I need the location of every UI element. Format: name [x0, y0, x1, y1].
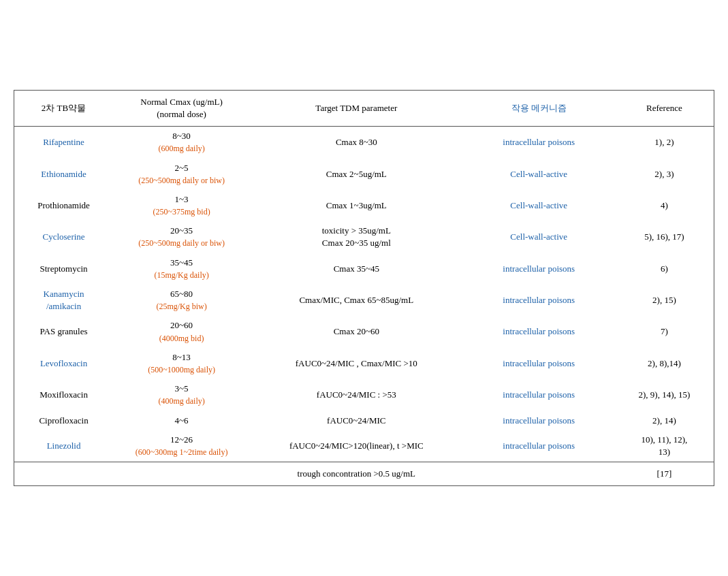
cell-target: fAUC0~24/MIC : >53	[250, 379, 463, 411]
cell-mech: intracellular poisons	[463, 430, 615, 462]
cell-drug: Levofloxacin	[14, 348, 113, 379]
cell-cmax: 4~6	[113, 411, 250, 430]
cell-cmax: 65~80(25mg/Kg biw)	[113, 285, 250, 316]
header-target: Target TDM parameter	[250, 91, 463, 127]
cell-mech: Cell-wall-active	[463, 221, 615, 253]
table-row: PAS granules20~60(4000mg bid)Cmax 20~60i…	[14, 316, 714, 347]
cell-cmax	[113, 462, 250, 486]
table-row: Cycloserine20~35(250~500mg daily or biw)…	[14, 221, 714, 253]
cell-target: toxicity > 35ug/mLCmax 20~35 ug/ml	[250, 221, 463, 253]
header-cmax: Normal Cmax (ug/mL)(normal dose)	[113, 91, 250, 127]
cell-target: fAUC0~24/MIC>120(linear), t >MIC	[250, 430, 463, 462]
cell-target: Cmax 2~5ug/mL	[250, 159, 463, 190]
header-mech: 작용 메커니즘	[463, 91, 615, 127]
table-row: Streptomycin35~45(15mg/Kg daily)Cmax 35~…	[14, 253, 714, 285]
table-row: Rifapentine8~30(600mg daily)Cmax 8~30int…	[14, 127, 714, 159]
cell-cmax: 20~35(250~500mg daily or biw)	[113, 221, 250, 253]
cell-cmax: 12~26(600~300mg 1~2time daily)	[113, 430, 250, 462]
table-row: Linezolid12~26(600~300mg 1~2time daily)f…	[14, 430, 714, 462]
cell-cmax: 8~13(500~1000mg daily)	[113, 348, 250, 379]
cell-ref: 6)	[615, 253, 714, 285]
cell-target: Cmax 1~3ug/mL	[250, 190, 463, 221]
table-header-row: 2차 TB약물 Normal Cmax (ug/mL)(normal dose)…	[14, 91, 714, 127]
cell-drug: Ethionamide	[14, 159, 113, 190]
table-row: trough concontration >0.5 ug/mL[17]	[14, 462, 714, 486]
cell-cmax: 1~3(250~375mg bid)	[113, 190, 250, 221]
table-row: Prothionamide1~3(250~375mg bid)Cmax 1~3u…	[14, 190, 714, 221]
cell-ref: 10), 11), 12),13)	[615, 430, 714, 462]
table-row: Ethionamide2~5(250~500mg daily or biw)Cm…	[14, 159, 714, 190]
table-row: Moxifloxacin3~5(400mg daily)fAUC0~24/MIC…	[14, 379, 714, 411]
cell-drug: PAS granules	[14, 316, 113, 347]
cell-ref: 5), 16), 17)	[615, 221, 714, 253]
cell-drug: Streptomycin	[14, 253, 113, 285]
cell-cmax: 2~5(250~500mg daily or biw)	[113, 159, 250, 190]
cell-cmax: 20~60(4000mg bid)	[113, 316, 250, 347]
cell-target: fAUC0~24/MIC , Cmax/MIC >10	[250, 348, 463, 379]
table-row: Kanamycin/amikacin65~80(25mg/Kg biw)Cmax…	[14, 285, 714, 316]
cell-mech: intracellular poisons	[463, 127, 615, 159]
cell-ref: 7)	[615, 316, 714, 347]
cell-mech: intracellular poisons	[463, 253, 615, 285]
table-row: Ciprofloxacin4~6fAUC0~24/MICintracellula…	[14, 411, 714, 430]
cell-target: Cmax/MIC, Cmax 65~85ug/mL	[250, 285, 463, 316]
cell-drug: Linezolid	[14, 430, 113, 462]
main-table-wrapper: 2차 TB약물 Normal Cmax (ug/mL)(normal dose)…	[14, 90, 714, 487]
cell-drug: Ciprofloxacin	[14, 411, 113, 430]
header-ref: Reference	[615, 91, 714, 127]
cell-ref: 2), 15)	[615, 285, 714, 316]
cell-mech: intracellular poisons	[463, 285, 615, 316]
cell-drug: Moxifloxacin	[14, 379, 113, 411]
table-row: Levofloxacin8~13(500~1000mg daily)fAUC0~…	[14, 348, 714, 379]
cell-drug	[14, 462, 113, 486]
drug-table: 2차 TB약물 Normal Cmax (ug/mL)(normal dose)…	[14, 91, 714, 486]
cell-ref: 2), 14)	[615, 411, 714, 430]
cell-target: Cmax 35~45	[250, 253, 463, 285]
cell-drug: Prothionamide	[14, 190, 113, 221]
cell-mech: Cell-wall-active	[463, 190, 615, 221]
cell-mech	[463, 462, 615, 486]
cell-ref: [17]	[615, 462, 714, 486]
cell-mech: intracellular poisons	[463, 348, 615, 379]
cell-ref: 1), 2)	[615, 127, 714, 159]
cell-mech: intracellular poisons	[463, 411, 615, 430]
header-drug: 2차 TB약물	[14, 91, 113, 127]
cell-drug: Rifapentine	[14, 127, 113, 159]
cell-mech: Cell-wall-active	[463, 159, 615, 190]
cell-target: trough concontration >0.5 ug/mL	[250, 462, 463, 486]
cell-drug: Kanamycin/amikacin	[14, 285, 113, 316]
cell-target: Cmax 20~60	[250, 316, 463, 347]
cell-target: fAUC0~24/MIC	[250, 411, 463, 430]
cell-cmax: 35~45(15mg/Kg daily)	[113, 253, 250, 285]
cell-mech: intracellular poisons	[463, 316, 615, 347]
cell-ref: 2), 8),14)	[615, 348, 714, 379]
cell-ref: 4)	[615, 190, 714, 221]
cell-ref: 2), 3)	[615, 159, 714, 190]
cell-cmax: 3~5(400mg daily)	[113, 379, 250, 411]
cell-mech: intracellular poisons	[463, 379, 615, 411]
cell-ref: 2), 9), 14), 15)	[615, 379, 714, 411]
cell-target: Cmax 8~30	[250, 127, 463, 159]
cell-cmax: 8~30(600mg daily)	[113, 127, 250, 159]
cell-drug: Cycloserine	[14, 221, 113, 253]
